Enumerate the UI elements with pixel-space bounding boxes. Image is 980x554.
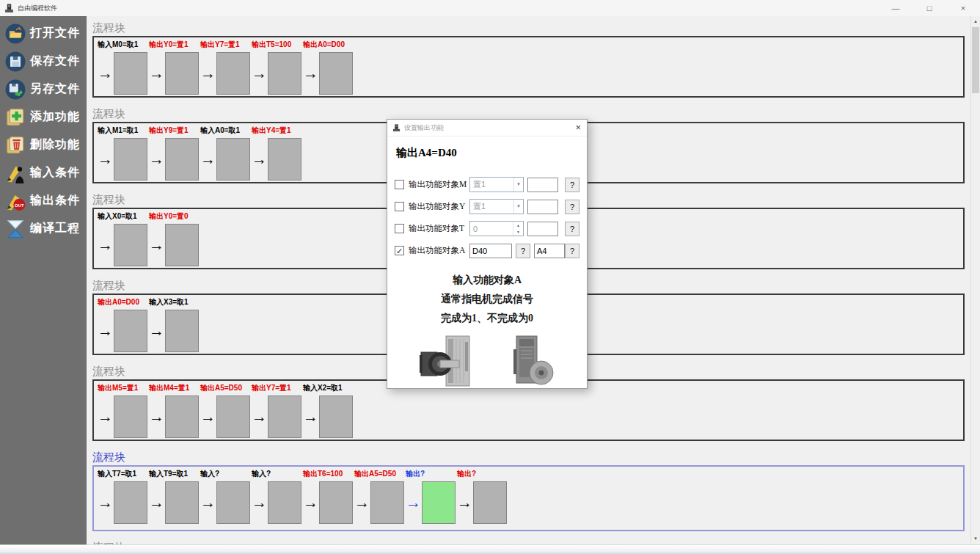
- flow-step: 输入?→: [252, 469, 303, 524]
- dialog-title: 设置输出功能: [404, 123, 444, 133]
- flow-step-block[interactable]: [319, 396, 353, 438]
- arrow-icon: →: [252, 482, 268, 523]
- window-titlebar[interactable]: 自由编程软件 — □ ×: [0, 0, 980, 16]
- flow-step-row: →: [406, 481, 457, 524]
- flow-step-block[interactable]: [165, 481, 199, 524]
- help-button[interactable]: ?: [565, 222, 579, 236]
- flow-block-section: 流程块输入T7=取1→输入T9=取1→输入?→输入?→输出T6=100→输出A5…: [92, 450, 965, 531]
- flow-step-label: 输出?: [406, 469, 457, 478]
- flow-step: 输出?→: [457, 469, 508, 524]
- sidebar-item-label: 保存文件: [30, 54, 80, 69]
- minimize-button[interactable]: —: [879, 0, 913, 16]
- window-controls: — □ ×: [879, 0, 980, 16]
- arrow-icon: →: [98, 396, 114, 437]
- flow-step-block[interactable]: [165, 396, 199, 438]
- flow-step-block[interactable]: [216, 138, 250, 181]
- object-name-input[interactable]: A4: [534, 244, 565, 258]
- close-button[interactable]: ×: [946, 0, 980, 16]
- flow-step-block[interactable]: [268, 138, 301, 181]
- sidebar-item-output-condition[interactable]: OUT输出条件: [5, 189, 87, 212]
- flow-step-block[interactable]: [216, 396, 250, 438]
- flow-step-block[interactable]: [114, 138, 147, 181]
- flow-step-block[interactable]: [422, 481, 456, 524]
- dialog-titlebar[interactable]: 设置输出功能 ×: [387, 120, 587, 136]
- input-condition-icon: [5, 163, 26, 183]
- flow-step-block[interactable]: [268, 396, 301, 438]
- flow-step-row: →: [149, 52, 200, 95]
- sidebar-item-delete-function[interactable]: 删除功能: [5, 134, 87, 156]
- sidebar-item-label: 输出条件: [30, 193, 80, 208]
- flow-step-label: 输出M5=置1: [98, 383, 149, 393]
- checkbox[interactable]: ✓: [395, 246, 404, 255]
- flow-step-block[interactable]: [165, 224, 199, 266]
- value-input[interactable]: [527, 178, 558, 192]
- help-button[interactable]: ?: [565, 200, 579, 214]
- flow-step-block[interactable]: [268, 52, 301, 95]
- checkbox[interactable]: [395, 180, 404, 189]
- scrollbar-track[interactable]: [971, 93, 980, 533]
- flow-step-block[interactable]: [114, 310, 147, 352]
- flow-step-block[interactable]: [165, 138, 199, 181]
- flow-step: 输出Y7=置1→: [252, 383, 303, 438]
- flow-step-block[interactable]: [165, 310, 199, 352]
- flow-step-block[interactable]: [319, 52, 353, 95]
- flow-step: 输出?→: [406, 469, 457, 524]
- help-line: 输入功能对象A: [387, 271, 587, 290]
- sidebar-item-label: 删除功能: [30, 137, 80, 153]
- flow-step-block[interactable]: [216, 481, 250, 524]
- value-dropdown[interactable]: 置1▼: [469, 199, 524, 214]
- flow-step-label: 输出A5=D50: [200, 383, 252, 393]
- help-button[interactable]: ?: [516, 244, 530, 258]
- flow-step-block[interactable]: [114, 52, 147, 95]
- checkbox[interactable]: [395, 202, 404, 211]
- maximize-button[interactable]: □: [913, 0, 946, 16]
- value-spinner[interactable]: 0▲▼: [469, 221, 524, 236]
- flow-step-row: →: [303, 52, 354, 95]
- flow-step-block[interactable]: [114, 224, 147, 266]
- value-input[interactable]: [527, 200, 558, 214]
- flow-block-container: 输入M0=取1→输出Y0=置1→输出Y7=置1→输出T5=100→输出A0=D0…: [92, 36, 965, 98]
- sidebar-item-save-as-file[interactable]: 另存文件: [5, 78, 87, 101]
- flow-step-block[interactable]: [114, 481, 147, 524]
- servo-motor-and-drive-photo: [420, 335, 487, 392]
- flow-step-label: 输入X3=取1: [149, 297, 200, 307]
- sidebar-item-open-file[interactable]: 打开文件: [5, 22, 87, 45]
- flow-step-block[interactable]: [370, 481, 404, 524]
- scroll-down-button[interactable]: ▼: [971, 533, 980, 544]
- scrollbar-thumb[interactable]: [972, 27, 979, 93]
- value-dropdown[interactable]: 置1▼: [469, 177, 524, 192]
- sidebar-item-compile-project[interactable]: 编译工程: [5, 217, 87, 240]
- dialog-row-label: 输出功能对象Y: [409, 201, 467, 212]
- vertical-scrollbar[interactable]: ▲ ▼: [970, 16, 980, 544]
- flow-step-block[interactable]: [216, 52, 250, 95]
- flow-step-label: 输出A0=D00: [98, 297, 149, 307]
- dialog-close-icon[interactable]: ×: [575, 120, 581, 136]
- sidebar-item-save-file[interactable]: 保存文件: [5, 50, 87, 73]
- help-button[interactable]: ?: [565, 244, 579, 258]
- device-value-input[interactable]: D40: [469, 244, 512, 258]
- help-button[interactable]: ?: [565, 178, 579, 192]
- scroll-up-button[interactable]: ▲: [971, 16, 980, 27]
- spinner-arrows[interactable]: ▲▼: [513, 222, 523, 236]
- flow-step-block[interactable]: [165, 52, 199, 95]
- dialog-icon: [392, 124, 401, 132]
- spin-down-icon[interactable]: ▼: [513, 229, 523, 236]
- flow-step-row: →: [98, 481, 149, 524]
- flow-step-block[interactable]: [268, 481, 301, 524]
- flow-step-block[interactable]: [114, 396, 147, 438]
- arrow-icon: →: [149, 396, 165, 437]
- sidebar-item-add-function[interactable]: 添加功能: [5, 106, 87, 128]
- spin-up-icon[interactable]: ▲: [513, 222, 523, 229]
- flow-step: 输入X3=取1→: [149, 297, 200, 352]
- value-input[interactable]: [527, 222, 558, 236]
- arrow-icon: →: [98, 53, 114, 94]
- flow-step-block[interactable]: [473, 481, 507, 524]
- sidebar-item-label: 添加功能: [30, 109, 80, 125]
- checkbox[interactable]: [395, 224, 404, 233]
- add-function-icon: [5, 107, 26, 128]
- sidebar-item-input-condition[interactable]: 输入条件: [5, 161, 87, 184]
- dialog-row: 输出功能对象T0▲▼?: [387, 218, 587, 239]
- flow-step-block[interactable]: [319, 481, 353, 524]
- flow-step-row: →: [149, 138, 200, 181]
- flow-step-label: 输出Y0=置0: [149, 211, 200, 221]
